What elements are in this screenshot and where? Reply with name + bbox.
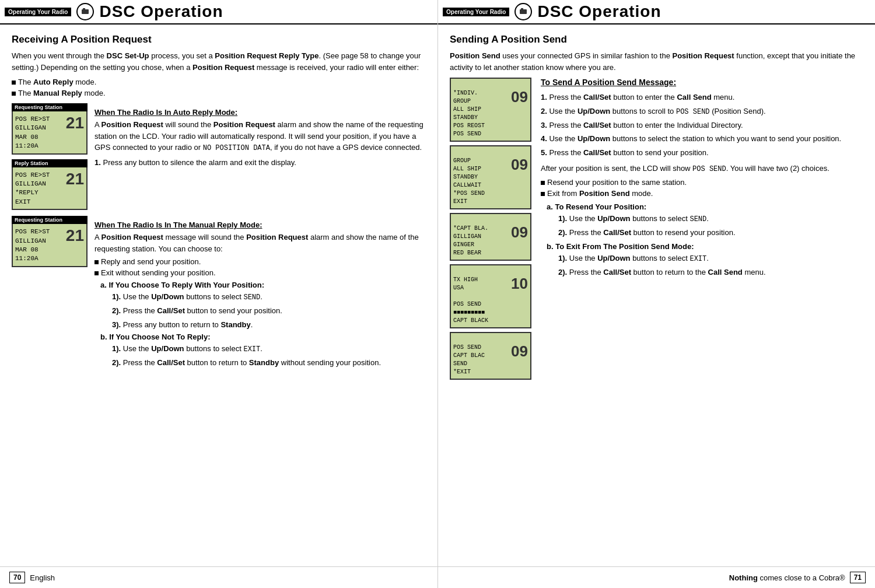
left-header: Operating Your Radio DSC Operation	[0, 0, 438, 24]
lcd-right-num-2: 09	[511, 157, 528, 172]
bullet-icon-2	[12, 92, 16, 96]
manual-reply-body: A Position Request message will sound th…	[94, 232, 426, 254]
auto-reply-body: A Position Request will sound the Positi…	[94, 119, 426, 153]
alpha-a-steps: 1). Use the Up/Down buttons to select SE…	[112, 291, 426, 330]
right-step-b1: 1). Use the Up/Down buttons to select EX…	[558, 253, 863, 264]
step-b2: 2). Press the Call/Set button to return …	[112, 357, 426, 369]
left-intro: When you went through the DSC Set-Up pro…	[12, 50, 426, 73]
svg-rect-5	[521, 8, 523, 10]
bullet-icon-6	[541, 192, 545, 196]
right-alpha-b-title: b. To Exit From The Position Send Mode:	[547, 242, 863, 251]
lcd-right-num-3: 09	[511, 225, 528, 240]
lcd-column-left: Requesting Station POS RE>ST GILLIGAN MA…	[12, 103, 88, 210]
manual-reply-text: When The Radio Is In The Manual Reply Mo…	[94, 216, 426, 371]
right-alpha-b-steps: 1). Use the Up/Down buttons to select EX…	[558, 253, 863, 278]
right-page-num: 71	[850, 572, 866, 583]
radio-icon-right	[514, 2, 533, 21]
lcd-text-3: POS RE>ST GILLIGAN MAR 08 11:20A	[15, 228, 66, 264]
svg-rect-4	[520, 9, 527, 14]
lcd-column-manual: Requesting Station POS RE>ST GILLIGAN MA…	[12, 216, 88, 371]
lcd-label-3: Requesting Station	[12, 216, 88, 224]
lcd-individual-dir: Individual Directory *CAPT BLA. GILLIGAN…	[450, 213, 531, 261]
lcd-right-num-1: 09	[511, 89, 528, 104]
manual-reply-heading: When The Radio Is In The Manual Reply Mo…	[94, 220, 426, 229]
auto-reply-step1: 1. Press any button to silence the alarm…	[94, 157, 426, 169]
bullet-manual-reply: The Manual Reply mode.	[12, 89, 426, 97]
step-a2: 2). Press the Call/Set button to send yo…	[112, 305, 426, 317]
lcd-right-box-4: TX HIGH USA POS SEND ■■■■■■■■■ CAPT BLAC…	[450, 264, 531, 328]
right-step-5: 5. Press the Call/Set button to send you…	[541, 147, 863, 159]
lcd-number-3: 21	[66, 228, 84, 244]
choice-bullet-1: Resend your position to the same station…	[541, 178, 863, 187]
lcd-text-1: POS RE>ST GILLIGAN MAR 08 11:20A	[15, 115, 66, 151]
right-lcd-col: Enter Call Send Menu *INDIV. GROUP ALL S…	[450, 78, 531, 380]
lcd-right-box-1: *INDIV. GROUP ALL SHIP STANDBY POS REOST…	[450, 78, 531, 142]
right-text-col: To Send A Position Send Message: 1. Pres…	[541, 78, 863, 380]
page-container: Operating Your Radio DSC Operation Recei…	[0, 0, 875, 588]
right-page: Operating Your Radio DSC Operation Sendi…	[438, 0, 875, 588]
after-send-text: After your position is sent, the LCD wil…	[541, 163, 863, 174]
lcd-reply-station: Reply Station POS RE>ST GILLIGAN *REPLY …	[12, 159, 88, 211]
auto-reply-heading: When The Radio Is In Auto Reply Mode:	[94, 108, 426, 117]
radio-icon-left	[76, 2, 94, 21]
section-a: a. If You Choose To Reply With Your Posi…	[100, 281, 426, 330]
left-footer-lang: English	[30, 573, 55, 582]
left-content: Receiving A Position Request When you we…	[0, 24, 438, 386]
right-header: Operating Your Radio DSC Operation	[438, 0, 875, 24]
lcd-number-2: 21	[66, 171, 84, 187]
bullet-icon-5	[541, 181, 545, 185]
right-step-b2: 2). Press the Call/Set button to return …	[558, 267, 863, 278]
right-section-a: a. To Resend Your Position: 1). Use the …	[547, 202, 863, 239]
lcd-scroll-pos-send: Scroll to POS SEND GROUP ALL SHIP STANDB…	[450, 145, 531, 209]
bullet-icon-3	[94, 260, 99, 264]
lcd-enter-call: Enter Call Send Menu *INDIV. GROUP ALL S…	[450, 78, 531, 142]
right-intro: Position Send uses your connected GPS in…	[450, 50, 863, 73]
lcd-right-box-5: POS SEND CAPT BLAC SEND *EXIT 09	[450, 332, 531, 380]
lcd-right-num-5: 09	[511, 344, 528, 359]
alpha-b-title: b. If You Choose Not To Reply:	[100, 332, 426, 341]
lcd-text-2: POS RE>ST GILLIGAN *REPLY EXIT	[15, 171, 66, 207]
bullet-icon-1	[12, 80, 16, 85]
right-section-b: b. To Exit From The Position Send Mode: …	[547, 242, 863, 278]
step-b1: 1). Use the Up/Down buttons to select EX…	[112, 343, 426, 355]
right-step-3: 3. Press the Call/Set button to enter th…	[541, 120, 863, 131]
right-header-badge: Operating Your Radio	[443, 8, 509, 16]
lcd-position-send: Position Send TX HIGH USA POS SEND ■■■■■…	[450, 264, 531, 328]
right-alpha-a-steps: 1). Use the Up/Down buttons to select SE…	[558, 213, 863, 239]
send-heading: To Send A Position Send Message:	[541, 78, 863, 87]
manual-bullet-2: Exit without sending your position.	[94, 268, 426, 277]
lcd-right-box-2: GROUP ALL SHIP STANDBY CALLWAIT *POS SEN…	[450, 145, 531, 209]
section-b: b. If You Choose Not To Reply: 1). Use t…	[100, 332, 426, 369]
right-header-title: DSC Operation	[537, 2, 661, 21]
right-two-col: Enter Call Send Menu *INDIV. GROUP ALL S…	[450, 78, 863, 380]
choice-bullet-2: Exit from Position Send mode.	[541, 189, 863, 198]
step-a3: 3). Press any button to return to Standb…	[112, 319, 426, 331]
left-header-title: DSC Operation	[99, 2, 223, 21]
right-step-1: 1. Press the Call/Set button to enter th…	[541, 92, 863, 103]
right-footer: Nothing comes close to a Cobra® 71	[438, 566, 875, 588]
lcd-label-2: Reply Station	[12, 159, 88, 167]
left-section-title: Receiving A Position Request	[12, 34, 426, 46]
manual-bullet-1: Reply and send your position.	[94, 257, 426, 266]
svg-rect-1	[82, 9, 89, 14]
auto-reply-section: Requesting Station POS RE>ST GILLIGAN MA…	[12, 103, 426, 210]
lcd-requesting-station-2: Requesting Station POS RE>ST GILLIGAN MA…	[12, 216, 88, 267]
left-page-num: 70	[9, 572, 25, 583]
right-content: Sending A Position Send Position Send us…	[438, 24, 875, 389]
svg-rect-2	[83, 8, 85, 10]
left-header-badge: Operating Your Radio	[5, 8, 71, 16]
left-page: Operating Your Radio DSC Operation Recei…	[0, 0, 438, 588]
lcd-exit: Exit POS SEND CAPT BLAC SEND *EXIT 09	[450, 332, 531, 380]
right-step-2: 2. Use the Up/Down buttons to scroll to …	[541, 106, 863, 117]
right-section-title: Sending A Position Send	[450, 34, 863, 46]
left-footer: 70 English	[0, 566, 438, 588]
lcd-requesting-station-1: Requesting Station POS RE>ST GILLIGAN MA…	[12, 103, 88, 155]
lcd-right-box-3: *CAPT BLA. GILLIGAN GINGER RED BEAR 09	[450, 213, 531, 261]
right-footer-brand: Nothing comes close to a Cobra®	[729, 573, 845, 582]
alpha-a-title: a. If You Choose To Reply With Your Posi…	[100, 281, 426, 289]
right-step-4: 4. Use the Up/Down buttons to select the…	[541, 133, 863, 145]
lcd-right-num-4: 10	[511, 276, 528, 291]
bullet-icon-4	[94, 271, 99, 275]
right-step-a1: 1). Use the Up/Down buttons to select SE…	[558, 213, 863, 225]
auto-reply-text: When The Radio Is In Auto Reply Mode: A …	[94, 103, 426, 210]
